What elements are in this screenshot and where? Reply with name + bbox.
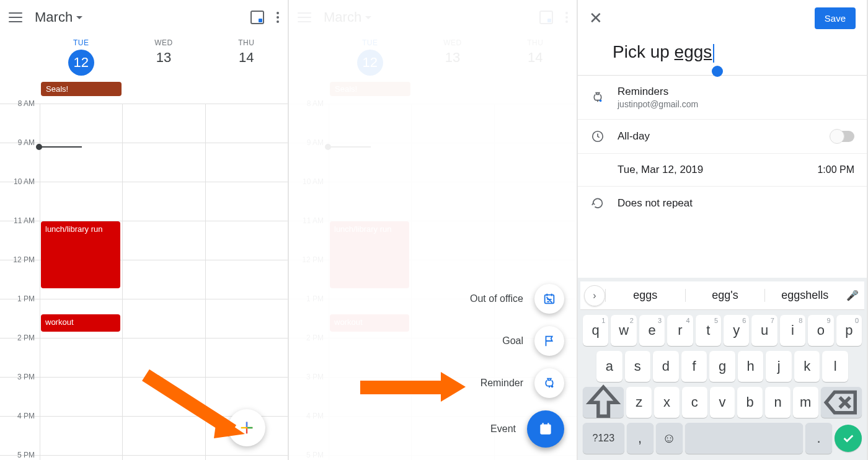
mic-icon[interactable]: 🎤 bbox=[844, 290, 861, 301]
annotation-arrow bbox=[360, 372, 466, 402]
emoji-key[interactable]: ☺ bbox=[656, 423, 683, 454]
key-v[interactable]: v bbox=[710, 387, 735, 418]
key-q[interactable]: q1 bbox=[583, 315, 608, 346]
key-r[interactable]: r4 bbox=[667, 315, 693, 346]
month-label: March bbox=[35, 9, 73, 25]
svg-rect-2 bbox=[540, 424, 551, 434]
day-header-tue[interactable]: TUE 12 bbox=[40, 35, 122, 82]
hour-row[interactable]: 8 AM bbox=[0, 104, 288, 143]
reminder-editor-panel: ✕ Save Pick up eggs Reminders justinpot@… bbox=[578, 0, 868, 460]
key-y[interactable]: y6 bbox=[724, 315, 749, 346]
now-indicator bbox=[40, 146, 82, 148]
menu-item-goal[interactable]: Goal bbox=[502, 326, 564, 356]
calendar-event[interactable]: lunch/library run bbox=[41, 221, 120, 288]
hour-row[interactable]: 9 AM bbox=[0, 143, 288, 182]
overflow-menu-icon[interactable] bbox=[277, 12, 279, 23]
day-header-wed[interactable]: WED 13 bbox=[122, 35, 205, 72]
calendar-main-panel: March TUE 12 WED 13 THU 14 Seals! 8 AM9 … bbox=[0, 0, 289, 460]
reminder-title-input[interactable]: Pick up eggs bbox=[578, 36, 867, 76]
key-j[interactable]: j bbox=[766, 351, 792, 382]
key-m[interactable]: m bbox=[793, 387, 818, 418]
key-p[interactable]: p0 bbox=[836, 315, 862, 346]
space-key[interactable] bbox=[685, 423, 804, 454]
key-c[interactable]: c bbox=[682, 387, 707, 418]
hour-label: 9 AM bbox=[4, 138, 35, 147]
event-icon bbox=[527, 410, 564, 448]
svg-point-5 bbox=[600, 99, 602, 102]
period-key[interactable]: . bbox=[805, 423, 832, 454]
svg-rect-3 bbox=[546, 430, 549, 433]
suggestion[interactable]: eggshells bbox=[764, 289, 844, 302]
enter-key[interactable] bbox=[835, 425, 862, 452]
allday-row: Seals! bbox=[41, 82, 288, 96]
chevron-down-icon bbox=[76, 16, 82, 19]
menu-item-out-of-office[interactable]: Out of office bbox=[470, 284, 564, 314]
hour-label: 12 PM bbox=[4, 255, 35, 264]
comma-key[interactable]: , bbox=[627, 423, 653, 454]
month-selector[interactable]: March bbox=[35, 9, 82, 25]
menu-item-reminder[interactable]: Reminder bbox=[480, 368, 564, 398]
key-u[interactable]: u7 bbox=[751, 315, 777, 346]
menu-icon[interactable] bbox=[9, 12, 22, 22]
key-z[interactable]: z bbox=[626, 387, 652, 418]
datetime-row[interactable]: Tue, Mar 12, 2019 1:00 PM bbox=[578, 154, 867, 187]
key-e[interactable]: e3 bbox=[639, 315, 665, 346]
key-l[interactable]: l bbox=[822, 351, 848, 382]
account-row[interactable]: Reminders justinpot@gmail.com bbox=[578, 76, 867, 120]
key-s[interactable]: s bbox=[625, 351, 651, 382]
calendar-event[interactable]: workout bbox=[41, 314, 120, 332]
create-menu: Out of office Goal Reminder Event bbox=[470, 284, 564, 448]
editor-header: ✕ Save bbox=[578, 0, 867, 36]
key-n[interactable]: n bbox=[765, 387, 790, 418]
day-header-thu[interactable]: THU 14 bbox=[205, 35, 288, 72]
soft-keyboard: › eggs egg's eggshells 🎤 q1w2e3r4t5y6u7i… bbox=[578, 278, 867, 460]
backspace-key[interactable] bbox=[821, 387, 862, 418]
reminder-icon bbox=[534, 368, 564, 398]
key-x[interactable]: x bbox=[654, 387, 680, 418]
key-o[interactable]: o9 bbox=[808, 315, 833, 346]
key-a[interactable]: a bbox=[596, 351, 622, 382]
chevron-right-icon[interactable]: › bbox=[584, 285, 605, 306]
hour-label: 5 PM bbox=[4, 451, 35, 459]
key-i[interactable]: i8 bbox=[780, 315, 805, 346]
key-g[interactable]: g bbox=[709, 351, 735, 382]
suggestion[interactable]: egg's bbox=[685, 289, 765, 302]
day-headers: TUE 12 WED 13 THU 14 bbox=[0, 35, 288, 82]
repeat-row[interactable]: Does not repeat bbox=[578, 187, 867, 220]
today-icon[interactable] bbox=[250, 11, 264, 24]
account-email: justinpot@gmail.com bbox=[618, 99, 854, 109]
key-f[interactable]: f bbox=[681, 351, 707, 382]
hour-label: 1 PM bbox=[4, 294, 35, 303]
cursor-handle[interactable] bbox=[712, 66, 723, 77]
key-w[interactable]: w2 bbox=[611, 315, 636, 346]
key-b[interactable]: b bbox=[737, 387, 763, 418]
symbols-key[interactable]: ?123 bbox=[583, 423, 624, 454]
time-value[interactable]: 1:00 PM bbox=[817, 164, 854, 175]
hour-label: 4 PM bbox=[4, 412, 35, 420]
close-icon[interactable]: ✕ bbox=[589, 10, 603, 26]
calendar-create-menu-panel: March TUE12 WED13 THU14 Seals! 8 AM9 AM1… bbox=[289, 0, 578, 460]
allday-row[interactable]: All-day bbox=[578, 120, 867, 154]
hour-row[interactable]: 10 AM bbox=[0, 182, 288, 221]
reminder-icon bbox=[590, 91, 605, 104]
flag-icon bbox=[534, 326, 564, 356]
hour-row[interactable]: 5 PM bbox=[0, 455, 288, 460]
allday-toggle[interactable] bbox=[831, 131, 854, 142]
hour-label: 2 PM bbox=[4, 334, 35, 342]
svg-point-1 bbox=[551, 386, 554, 388]
out-of-office-icon bbox=[534, 284, 564, 314]
save-button[interactable]: Save bbox=[815, 7, 856, 29]
suggestion[interactable]: eggs bbox=[605, 289, 685, 302]
shift-key[interactable] bbox=[583, 387, 624, 418]
key-h[interactable]: h bbox=[738, 351, 764, 382]
allday-event[interactable]: Seals! bbox=[41, 82, 122, 96]
annotation-arrow bbox=[140, 369, 251, 443]
hour-label: 3 PM bbox=[4, 373, 35, 381]
calendar-name: Reminders bbox=[618, 86, 854, 98]
repeat-icon bbox=[590, 197, 605, 210]
key-d[interactable]: d bbox=[653, 351, 679, 382]
key-k[interactable]: k bbox=[794, 351, 820, 382]
suggestion-bar: › eggs egg's eggshells 🎤 bbox=[580, 281, 864, 310]
menu-item-event[interactable]: Event bbox=[490, 410, 564, 448]
key-t[interactable]: t5 bbox=[696, 315, 721, 346]
